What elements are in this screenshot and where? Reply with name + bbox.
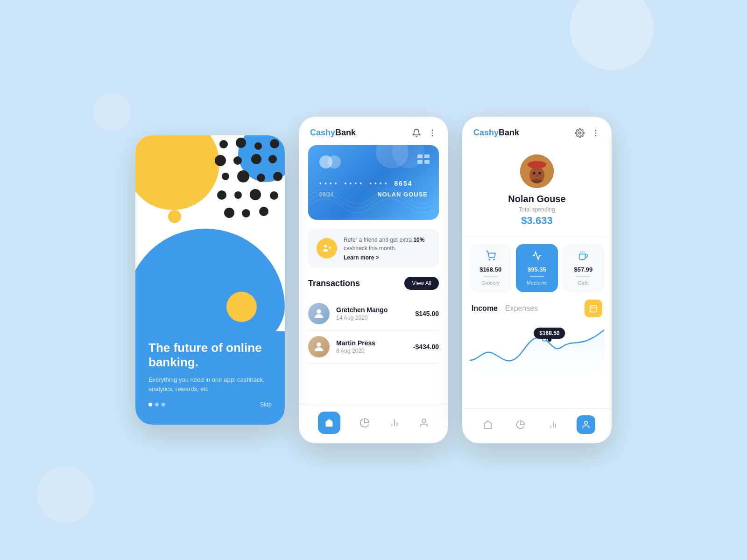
svg-point-19 <box>595 132 597 133</box>
svg-point-2 <box>432 132 433 133</box>
profile-header-actions <box>575 128 600 138</box>
referral-content: Refer a friend and get extra 10% cashbac… <box>344 236 430 261</box>
logo-bank: Bank <box>335 128 356 137</box>
cafe-bar <box>576 276 590 277</box>
profile-header: CashyBank <box>462 117 612 145</box>
transactions-title: Transactions <box>308 279 360 288</box>
cafe-icon <box>578 251 588 263</box>
svg-point-16 <box>423 419 426 422</box>
referral-banner[interactable]: Refer a friend and get extra 10% cashbac… <box>308 229 439 267</box>
transactions-section: Transactions View All Gretchen Mango 14 … <box>299 277 448 404</box>
cafe-amount: $57.99 <box>574 266 592 273</box>
category-grocery[interactable]: $168.50 Grocery <box>470 244 511 292</box>
s3-nav-home[interactable] <box>479 415 497 434</box>
medicine-label: Medicine <box>527 280 547 286</box>
app-logo: CashyBank <box>310 128 356 138</box>
svg-point-17 <box>579 132 581 134</box>
person-icon-2 <box>312 340 325 353</box>
nav-bar-chart[interactable] <box>389 418 400 428</box>
transaction-item-2[interactable]: Martin Press 8 Aug 2020 -$434.00 <box>308 330 439 364</box>
category-cafe[interactable]: $57.99 Cafe <box>563 244 604 292</box>
chart-tooltip: $168.50 <box>534 328 565 339</box>
more-options-button[interactable] <box>428 128 437 138</box>
svg-point-28 <box>489 259 490 260</box>
activity-icon <box>532 251 542 261</box>
calendar-button[interactable] <box>585 300 602 317</box>
referral-learn-more[interactable]: Learn more > <box>344 254 430 261</box>
svg-point-12 <box>317 343 321 347</box>
s3-bottom-navigation <box>462 408 612 443</box>
person-add-icon <box>322 243 332 253</box>
pie-chart-icon <box>359 418 370 428</box>
screen-transactions: CashyBank <box>299 117 448 443</box>
medicine-bar <box>530 276 544 277</box>
nav-profile[interactable] <box>419 418 429 428</box>
category-medicine[interactable]: $95.35 Medicine <box>516 244 557 292</box>
card-decoration <box>376 145 425 168</box>
nav-home[interactable] <box>318 412 340 434</box>
svg-rect-24 <box>528 163 546 166</box>
dot-3 <box>162 403 165 406</box>
referral-icon <box>317 238 337 259</box>
svg-point-29 <box>493 259 494 260</box>
avatar-martin <box>308 336 330 357</box>
cafe-label: Cafe <box>578 280 589 286</box>
grocery-icon <box>486 251 496 263</box>
svg-point-20 <box>595 135 597 136</box>
logo-cashy: Cashy <box>310 128 335 137</box>
transaction-amount-2: -$434.00 <box>413 343 439 350</box>
expenses-tab-button[interactable]: Expenses <box>505 304 538 313</box>
s3-nav-person[interactable] <box>577 415 595 434</box>
more-options-button-3[interactable] <box>591 128 600 138</box>
transaction-amount-1: $145.00 <box>415 310 439 317</box>
medicine-amount: $95.35 <box>528 266 546 273</box>
settings-button[interactable] <box>575 128 585 138</box>
notification-button[interactable] <box>412 128 421 138</box>
tab-buttons: Income Expenses <box>472 304 538 313</box>
transaction-item-1[interactable]: Gretchen Mango 14 Aug 2020 $145.00 <box>308 297 439 330</box>
svg-point-42 <box>585 421 588 425</box>
calendar-icon <box>589 304 598 313</box>
pagination-dots <box>148 403 165 406</box>
onboarding-subtitle: Everything you need in one app: cashback… <box>148 375 272 393</box>
svg-point-8 <box>324 245 327 248</box>
blob-yellow-top <box>135 135 219 210</box>
logo-cashy-3: Cashy <box>473 128 499 137</box>
blob-yellow-circle <box>226 292 257 322</box>
svg-point-1 <box>432 129 433 131</box>
s3-nav-bar[interactable] <box>544 415 563 434</box>
chart-area: $168.50 <box>462 323 612 408</box>
onboarding-footer: Skip <box>148 401 272 408</box>
transactions-header: Transactions View All <box>308 277 439 290</box>
referral-text: Refer a friend and get extra 10% cashbac… <box>344 236 430 252</box>
app-header: CashyBank <box>299 117 448 145</box>
income-expenses-tab: Income Expenses <box>462 300 612 323</box>
home-icon <box>324 418 334 427</box>
income-tab-button[interactable]: Income <box>472 304 498 313</box>
skip-button[interactable]: Skip <box>260 401 272 408</box>
spending-amount: $3.633 <box>521 215 552 227</box>
more-vertical-icon-3 <box>591 128 600 138</box>
avatar-gretchen <box>308 303 330 324</box>
polka-dots-area <box>210 135 285 229</box>
view-all-button[interactable]: View All <box>404 277 439 290</box>
profile-avatar <box>520 154 554 188</box>
transaction-name-1: Gretchen Mango <box>336 306 409 314</box>
grocery-bar <box>484 276 498 277</box>
blob-blue-main <box>135 229 285 331</box>
card-wave <box>308 182 439 220</box>
grocery-amount: $168.50 <box>479 266 501 273</box>
screen-onboarding: The future of online banking. Everything… <box>135 135 285 425</box>
s3-person-icon <box>581 420 591 429</box>
profile-name: Nolan Gouse <box>508 194 565 204</box>
cart-icon <box>486 251 496 261</box>
svg-rect-5 <box>424 154 430 158</box>
svg-point-27 <box>536 175 538 177</box>
bell-icon <box>412 128 421 138</box>
spending-label: Total spending <box>519 206 555 213</box>
onboarding-content: The future of online banking. Everything… <box>135 331 285 425</box>
dot-1 <box>148 403 152 406</box>
nav-chart-pie[interactable] <box>359 418 370 428</box>
s3-bar-icon <box>549 420 558 429</box>
s3-nav-pie[interactable] <box>511 415 530 434</box>
